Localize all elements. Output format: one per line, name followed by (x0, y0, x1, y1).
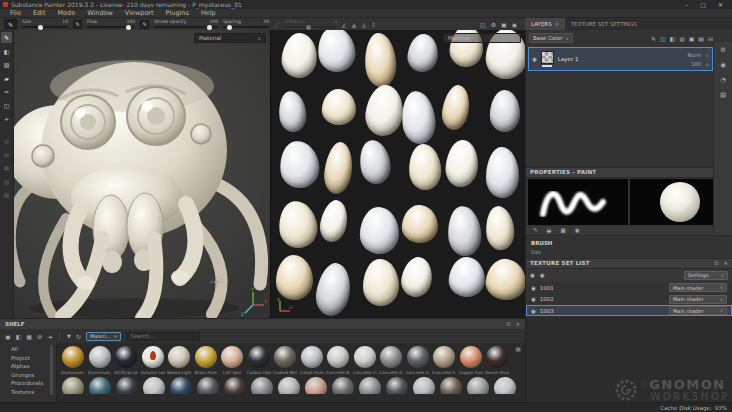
navigation-gizmo-icon[interactable] (210, 273, 222, 292)
grid-view-icon[interactable]: ▦ (515, 345, 521, 352)
slider-track[interactable] (223, 26, 269, 28)
material-item[interactable]: Aluminium ... (61, 346, 85, 375)
flow-slider[interactable]: Flow100 (87, 20, 135, 28)
blend-mode-dropdown[interactable]: Norm ∨ (687, 52, 709, 58)
add-fill-layer-icon[interactable]: ◧ (670, 35, 676, 42)
history-icon[interactable]: ◔ (720, 76, 726, 84)
add-effect-icon[interactable]: ✎ (651, 35, 656, 42)
spacing-slider[interactable]: Spacing20 (223, 20, 269, 28)
menu-help[interactable]: Help (195, 9, 222, 17)
material-sphere[interactable] (224, 377, 246, 394)
menu-file[interactable]: File (4, 9, 27, 17)
texture-set-eye-icon[interactable]: ◉ (531, 285, 536, 291)
texture-set-eye-icon[interactable]: ◉ (531, 296, 536, 302)
material-sphere[interactable] (440, 377, 462, 394)
delete-layer-icon[interactable]: ⊟ (708, 35, 713, 42)
texture-set-row[interactable]: ◉1003Main shader∨ (526, 305, 732, 317)
material-tab-icon[interactable]: ◉ (575, 227, 580, 233)
texture-set-row[interactable]: ◉1002Main shader∨ (526, 293, 732, 305)
layer-row[interactable]: ◉ Layer 1 Norm ∨ 100 ∨ (528, 47, 713, 71)
material-mode-dropdown-2d[interactable]: Material ∨ (443, 33, 521, 43)
polygon-fill-tool[interactable]: ▰ (1, 73, 12, 84)
tab-texture-set-settings[interactable]: TEXTURE SET SETTINGS (565, 18, 643, 30)
material-item[interactable]: Copper Pure (459, 346, 483, 375)
stroke-opacity-slider[interactable]: Stroke opacity100 (154, 20, 218, 28)
material-sphere[interactable] (413, 377, 435, 394)
material-item[interactable]: Concrete D... (379, 346, 403, 375)
brush-tab-icon[interactable]: ✎ (533, 227, 538, 233)
material-item[interactable]: Denim Rivet (485, 346, 509, 375)
menu-viewport[interactable]: Viewport (119, 9, 160, 17)
search-input[interactable] (126, 332, 200, 341)
spider-model[interactable] (14, 30, 270, 318)
slider-thumb[interactable] (227, 25, 232, 30)
slider-track[interactable] (87, 26, 135, 28)
material-sphere[interactable] (116, 377, 138, 394)
dock-icon[interactable]: ⊡ (714, 260, 718, 266)
material-sphere[interactable] (278, 377, 300, 394)
layer-thumbnail[interactable] (541, 51, 554, 64)
menu-window[interactable]: Window (81, 9, 119, 17)
shader-settings-icon[interactable]: ◉ (720, 61, 726, 69)
current-tool-button[interactable]: ✎ (4, 19, 17, 29)
alpha-tab-icon[interactable]: ◒ (547, 227, 552, 233)
eye-all-icon[interactable]: ◉ (530, 272, 535, 278)
material-mode-dropdown-3d[interactable]: Material ∨ (194, 33, 266, 43)
slider-track[interactable] (22, 26, 68, 28)
folder-icon[interactable]: ▣ (5, 333, 11, 340)
material-item[interactable]: Artificial Lea... (114, 346, 138, 375)
add-smart-material-icon[interactable]: ▣ (689, 35, 695, 42)
remove-filter-icon[interactable]: ✕ (114, 334, 118, 339)
dock-icon[interactable]: ⊡ (507, 321, 511, 327)
add-adjustment-icon[interactable]: ◍ (679, 35, 684, 42)
material-item[interactable]: Concrete S... (432, 346, 456, 375)
shader-dropdown[interactable]: Main shader∨ (669, 283, 727, 292)
display-settings-icon[interactable]: ⚙ (720, 46, 726, 54)
categories-scrollbar[interactable] (50, 345, 53, 395)
flow-pressure-toggle[interactable]: ✎ (140, 20, 149, 29)
material-sphere[interactable] (359, 377, 381, 394)
material-sphere[interactable] (494, 377, 516, 394)
add-folder-icon[interactable]: ▤ (698, 35, 704, 42)
add-mask-icon[interactable]: ◫ (660, 35, 666, 42)
close-button[interactable]: ✕ (718, 1, 723, 8)
smudge-tool[interactable]: ≈ (1, 86, 12, 97)
paint-tool[interactable]: ✎ (1, 32, 12, 43)
material-item[interactable]: Aluminium ... (88, 346, 112, 375)
viewport-3d[interactable]: Material ∨ Y X Z (14, 30, 270, 318)
menu-plugins[interactable]: Plugins (160, 9, 195, 17)
close-icon[interactable]: ✕ (724, 260, 728, 266)
material-item[interactable]: Concrete S... (406, 346, 430, 375)
texture-set-row[interactable]: ◉1001Main shader∨ (526, 282, 732, 294)
tab-layers[interactable]: LAYERS✕ (525, 18, 565, 30)
slider-thumb[interactable] (126, 25, 131, 30)
material-sphere[interactable] (89, 377, 111, 394)
layers-empty-area[interactable] (526, 71, 713, 167)
hide-icon[interactable]: ⊘ (37, 333, 42, 340)
filter-tag[interactable]: Materi... ✕ (86, 332, 121, 341)
material-item[interactable]: Concrete B... (326, 346, 350, 375)
settings-button[interactable]: Settings ∨ (684, 271, 728, 280)
material-sphere[interactable] (332, 377, 354, 394)
material-sphere[interactable] (170, 377, 192, 394)
layer-visibility-eye-icon[interactable]: ◉ (532, 56, 537, 62)
minimize-button[interactable]: – (685, 1, 688, 8)
material-item[interactable]: Brass Pure (194, 346, 218, 375)
material-item[interactable]: Calf Skin (220, 346, 244, 375)
close-icon[interactable]: ✕ (555, 21, 559, 27)
material-item[interactable]: Baked Light... (167, 346, 191, 375)
camera-icon[interactable]: ▣ (501, 21, 507, 28)
maximize-button[interactable]: ▢ (700, 1, 706, 8)
sync-icon[interactable]: ↻ (76, 333, 81, 340)
add-content-icon[interactable]: ◧ (16, 333, 22, 340)
opacity-dropdown[interactable]: 100 ∨ (692, 61, 709, 67)
menu-edit[interactable]: Edit (27, 9, 52, 17)
material-sphere[interactable] (62, 377, 84, 394)
export-icon[interactable]: ⇥ (47, 333, 52, 340)
material-item[interactable]: Autumn Leaf (141, 346, 165, 375)
eraser-tool[interactable]: ◧ (1, 46, 12, 57)
projection-tool[interactable]: ▨ (1, 59, 12, 70)
material-sphere[interactable] (467, 377, 489, 394)
material-sphere[interactable] (197, 377, 219, 394)
layer-name[interactable]: Layer 1 (558, 56, 579, 62)
